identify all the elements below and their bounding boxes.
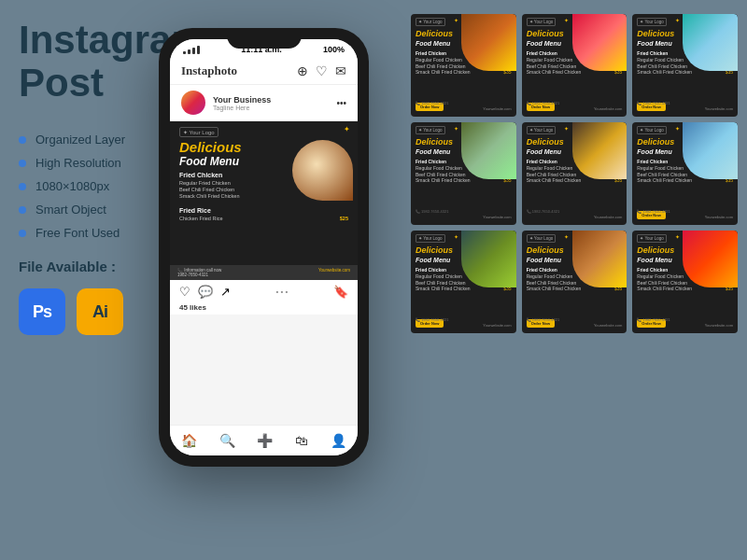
preview-card-8: ✦ ✦ Your Logo DeliciousFood Menu Fried C… [632,231,738,333]
card-food-image [572,14,627,71]
preview-card-5: ✦ ✦ Your Logo DeliciousFood Menu Fried C… [632,122,738,225]
grid-card-inner: ✦ ✦ Your Logo DeliciousFood Menu Fried C… [411,122,516,225]
card-logo: ✦ Your Logo [527,234,557,243]
card-food-image [461,231,516,287]
preview-card-7: ✦ ✦ Your Logo DeliciousFood Menu Fried C… [522,231,627,333]
post-header: ✦ Your Logo [170,121,358,140]
phone-notch [227,28,302,49]
like-button[interactable]: ♡ [179,285,190,299]
post-actions: ♡ 💬 ↗ • • • 🔖 [170,280,358,303]
card-food-image [461,122,516,179]
user-name: Your Business [213,95,271,105]
likes-count: 45 likes [170,303,358,315]
message-icon[interactable]: ✉ [335,63,346,78]
bullet-icon [19,136,26,144]
sparkle-icon: ✦ [564,233,569,240]
card-contact: 📞 1982-7650-4321 [416,101,512,105]
card-logo: ✦ Your Logo [637,126,667,134]
card-logo: ✦ Your Logo [527,126,557,134]
preview-grid: ✦ ✦ Your Logo DeliciousFood Menu Fried C… [411,14,738,333]
grid-card-inner: ✦ ✦ Your Logo DeliciousFood Menu Fried C… [411,14,516,117]
card-contact: 📞 1982-7650-4321 [416,209,512,214]
status-battery: 100% [323,45,345,54]
heart-icon[interactable]: ♡ [316,63,328,78]
comment-button[interactable]: 💬 [198,285,213,299]
nav-add[interactable]: ➕ [257,433,273,448]
sparkle-icon: ✦ [454,233,458,240]
sparkle-icon: ✦ [675,17,680,23]
phone-screen: 11:11 a.m. 100% Instaphoto ⊕ ♡ ✉ Your Bu… [170,39,358,455]
signal-bar-1 [183,51,186,54]
contact-bar: 📞 Information call now1982-7650-4321 You… [170,265,358,280]
card-website: Yourwebsite.com [594,215,622,219]
nav-home[interactable]: 🏠 [181,433,197,448]
bullet-icon [19,230,26,237]
card-food-image [572,122,627,179]
food-image [292,140,353,201]
preview-card-0: ✦ ✦ Your Logo DeliciousFood Menu Fried C… [411,14,516,117]
grid-card-inner: ✦ ✦ Your Logo DeliciousFood Menu Fried C… [411,231,516,333]
avatar [181,91,205,115]
sparkle-icon: ✦ [344,125,350,133]
bullet-icon [19,183,26,190]
menu-item: Chicken Fried Rice $25 [179,216,348,221]
signal-bar-2 [188,49,190,54]
nav-shop[interactable]: 🛍 [295,433,308,448]
menu-fried-rice: Fried Rice Chicken Fried Rice $25 [170,203,358,224]
card-food-image [683,231,738,287]
card-food-image [572,231,627,287]
post-logo: ✦ Your Logo [179,127,218,137]
card-website: Yourwebsite.com [483,323,511,328]
grid-card-inner: ✦ ✦ Your Logo DeliciousFood Menu Fried C… [632,14,738,117]
sparkle-icon: ✦ [564,17,569,23]
bottom-nav: 🏠 🔍 ➕ 🛍 👤 [170,425,358,455]
card-logo: ✦ Your Logo [416,234,445,243]
user-row: Your Business Tagline Here ••• [170,85,358,121]
card-logo: ✦ Your Logo [416,126,445,134]
card-website: Yourwebsite.com [705,323,733,328]
action-buttons-left: ♡ 💬 ↗ [179,285,231,299]
card-food-image [683,14,738,71]
sparkle-icon: ✦ [675,125,680,132]
card-food-image [461,14,516,71]
feature-label: Organized Layer [35,133,125,147]
card-website: Yourwebsite.com [594,323,622,328]
card-website: Yourwebsite.com [705,215,733,219]
signal-bar-4 [197,46,200,54]
nav-profile[interactable]: 👤 [331,433,346,448]
more-options-icon[interactable]: ••• [336,98,346,108]
bookmark-button[interactable]: 🔖 [333,285,348,299]
card-website: Yourwebsite.com [594,106,622,111]
post-card: ✦ ✦ Your Logo Delicious Food Menu Fried … [170,121,358,280]
feature-label: 1080×1080px [35,179,109,193]
preview-card-4: ✦ ✦ Your Logo DeliciousFood Menu Fried C… [522,122,627,225]
card-website: Yourwebsite.com [705,106,733,111]
card-contact: 📞 1982-7650-4321 [527,101,623,105]
menu-section-title: Fried Rice [179,207,348,214]
share-button[interactable]: ↗ [220,285,231,299]
nav-search[interactable]: 🔍 [219,433,235,448]
preview-card-2: ✦ ✦ Your Logo DeliciousFood Menu Fried C… [632,14,738,117]
card-contact: 📞 1982-7650-4321 [527,209,623,214]
grid-card-inner: ✦ ✦ Your Logo DeliciousFood Menu Fried C… [632,231,738,333]
sparkle-icon: ✦ [675,233,680,240]
user-tagline: Tagline Here [213,105,271,111]
card-contact: 📞 1982-7650-4321 [527,317,623,322]
dots-indicator: • • • [276,287,289,296]
phone-outer: 11:11 a.m. 100% Instaphoto ⊕ ♡ ✉ Your Bu… [159,28,369,467]
instagram-header: Instaphoto ⊕ ♡ ✉ [170,58,358,85]
preview-card-6: ✦ ✦ Your Logo DeliciousFood Menu Fried C… [411,231,516,333]
card-contact: 📞 1982-7650-4321 [637,209,733,214]
grid-card-inner: ✦ ✦ Your Logo DeliciousFood Menu Fried C… [632,122,738,225]
card-food-image [683,122,738,179]
card-logo: ✦ Your Logo [637,234,667,243]
ps-label: Ps [33,302,51,322]
signal-bars [183,46,200,54]
sparkle-icon: ✦ [454,17,458,23]
card-website: Yourwebsite.com [483,215,511,219]
bullet-icon [19,160,26,167]
preview-card-1: ✦ ✦ Your Logo DeliciousFood Menu Fried C… [522,14,627,117]
add-icon[interactable]: ⊕ [297,63,308,78]
app-name: Instaphoto [181,63,237,78]
bullet-icon [19,206,26,214]
